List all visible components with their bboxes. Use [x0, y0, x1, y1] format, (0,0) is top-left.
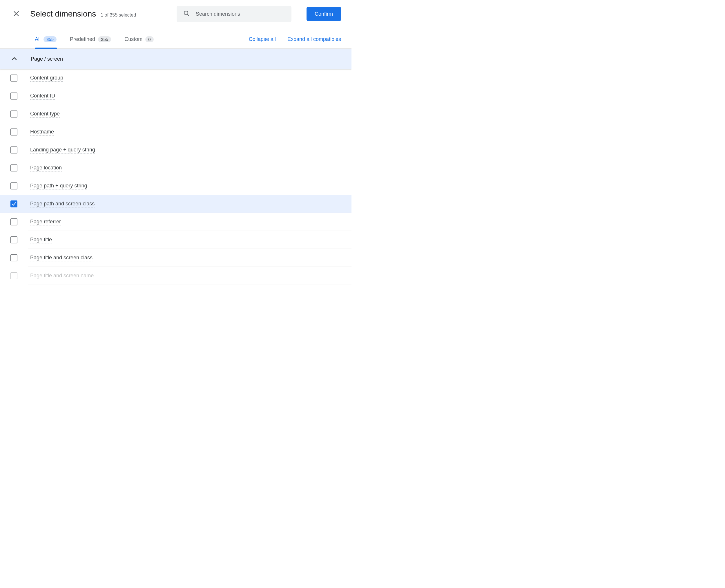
- group-title: Page / screen: [31, 56, 63, 62]
- item-label: Landing page + query string: [30, 147, 95, 153]
- item-label: Page location: [30, 165, 62, 171]
- checkbox[interactable]: [10, 110, 17, 118]
- tab-predefined[interactable]: Predefined 355: [70, 30, 111, 48]
- checkbox[interactable]: [10, 165, 17, 171]
- list-item[interactable]: Page referrer: [0, 213, 351, 231]
- list-item[interactable]: Page path + query string: [0, 177, 351, 195]
- list-item[interactable]: Hostname: [0, 123, 351, 141]
- group-header[interactable]: Page / screen: [0, 49, 351, 69]
- selection-count: 1 of 355 selected: [101, 13, 136, 18]
- list-item[interactable]: Content ID: [0, 87, 351, 105]
- dimension-list: Content groupContent IDContent typeHostn…: [0, 69, 351, 285]
- list-item[interactable]: Page location: [0, 159, 351, 177]
- item-label: Content type: [30, 111, 60, 118]
- item-label: Page referrer: [30, 219, 61, 225]
- tab-count-chip: 0: [145, 36, 153, 42]
- tabs: All 355 Predefined 355 Custom 0: [35, 30, 154, 48]
- checkbox[interactable]: [10, 75, 17, 82]
- tab-custom[interactable]: Custom 0: [124, 30, 153, 48]
- link-actions: Collapse all Expand all compatibles: [249, 36, 341, 42]
- checkbox[interactable]: [10, 128, 17, 135]
- collapse-all-button[interactable]: Collapse all: [249, 36, 276, 42]
- tab-count-chip: 355: [98, 36, 111, 42]
- tab-label: Predefined: [70, 36, 95, 42]
- tab-count-chip: 355: [43, 36, 57, 42]
- list-item[interactable]: Page title: [0, 231, 351, 249]
- tab-label: Custom: [124, 36, 142, 42]
- checkbox[interactable]: [10, 254, 17, 261]
- checkbox[interactable]: [10, 272, 17, 279]
- checkbox[interactable]: [10, 92, 17, 100]
- checkbox[interactable]: [10, 236, 17, 244]
- checkbox[interactable]: [10, 201, 17, 207]
- checkbox[interactable]: [10, 218, 17, 225]
- item-label: Hostname: [30, 129, 54, 135]
- item-label: Content ID: [30, 93, 55, 100]
- item-label: Content group: [30, 75, 63, 82]
- title-wrap: Select dimensions 1 of 355 selected: [30, 9, 136, 19]
- item-label: Page title and screen class: [30, 255, 92, 261]
- svg-point-0: [184, 11, 188, 15]
- tab-label: All: [35, 36, 41, 42]
- close-icon: [12, 9, 20, 19]
- tabs-row: All 355 Predefined 355 Custom 0 Collapse…: [0, 30, 351, 49]
- search-input[interactable]: [196, 11, 285, 17]
- list-item[interactable]: Landing page + query string: [0, 141, 351, 159]
- list-item[interactable]: Page title and screen name: [0, 267, 351, 285]
- checkbox[interactable]: [10, 183, 17, 189]
- search-icon: [183, 10, 190, 18]
- item-label: Page path and screen class: [30, 201, 94, 207]
- dialog-title: Select dimensions: [30, 9, 96, 19]
- item-label: Page title and screen name: [30, 273, 94, 279]
- list-item[interactable]: Content group: [0, 69, 351, 87]
- chevron-up-icon: [10, 55, 18, 63]
- dialog-header: Select dimensions 1 of 355 selected Conf…: [0, 0, 351, 30]
- list-item[interactable]: Page path and screen class: [0, 195, 351, 213]
- confirm-button[interactable]: Confirm: [306, 7, 341, 21]
- list-item[interactable]: Page title and screen class: [0, 249, 351, 267]
- search-box[interactable]: [177, 6, 292, 22]
- expand-all-button[interactable]: Expand all compatibles: [287, 36, 341, 42]
- list-item[interactable]: Content type: [0, 105, 351, 123]
- close-button[interactable]: [10, 8, 22, 20]
- tab-all[interactable]: All 355: [35, 30, 57, 48]
- item-label: Page path + query string: [30, 183, 87, 189]
- checkbox[interactable]: [10, 147, 17, 153]
- item-label: Page title: [30, 237, 52, 244]
